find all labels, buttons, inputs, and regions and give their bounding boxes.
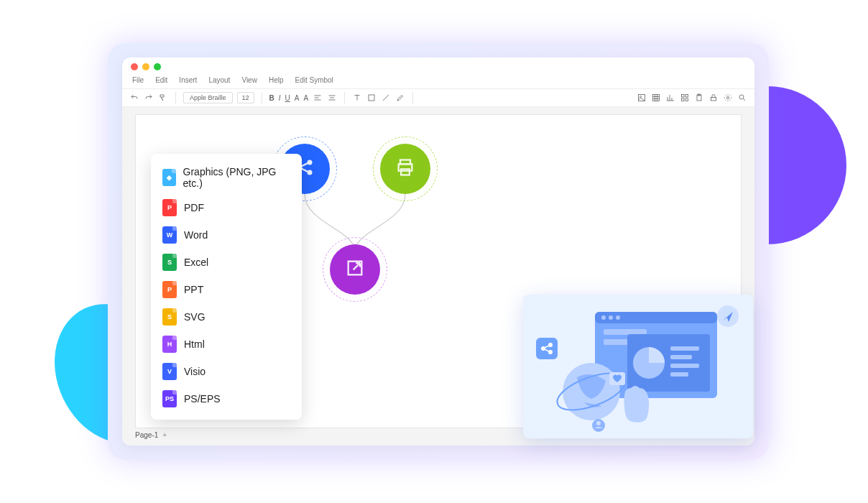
export-item-label: SVG — [184, 311, 206, 323]
svg-rect-4 — [682, 95, 685, 98]
lock-icon[interactable] — [708, 93, 719, 103]
export-node[interactable] — [330, 244, 380, 295]
svg-rect-6 — [682, 98, 685, 101]
file-type-icon: ◆ — [162, 169, 176, 186]
svg-point-21 — [541, 346, 545, 351]
svg-point-23 — [548, 350, 553, 354]
file-type-icon: PS — [162, 390, 177, 407]
svg-rect-7 — [685, 98, 688, 101]
export-item-label: PDF — [184, 202, 204, 213]
bold-icon[interactable]: B — [269, 94, 274, 102]
font-size-selector[interactable]: 12 — [237, 92, 254, 103]
divider — [262, 92, 262, 103]
file-type-icon: S — [162, 254, 177, 271]
illustration-card — [523, 295, 753, 438]
svg-rect-36 — [670, 372, 688, 377]
svg-rect-0 — [369, 95, 374, 101]
line-tool-icon[interactable] — [381, 93, 391, 103]
font-selector[interactable]: Apple Braille — [183, 92, 233, 103]
svg-rect-10 — [711, 98, 716, 101]
grid-icon[interactable] — [680, 93, 690, 103]
clipboard-icon[interactable] — [694, 93, 704, 103]
print-node[interactable] — [380, 144, 430, 194]
svg-point-12 — [739, 95, 744, 99]
node-ring — [323, 237, 387, 302]
search-icon[interactable] — [737, 93, 747, 103]
underline-icon[interactable]: U — [285, 94, 290, 102]
export-menu: ◆Graphics (PNG, JPG etc.)PPDFWWordSExcel… — [151, 154, 302, 420]
svg-point-26 — [601, 315, 606, 320]
pen-tool-icon[interactable] — [395, 93, 405, 103]
add-page-icon[interactable]: + — [162, 431, 167, 439]
svg-rect-33 — [670, 346, 699, 351]
export-item[interactable]: SExcel — [151, 249, 302, 276]
svg-point-2 — [640, 96, 642, 98]
text-tool-icon[interactable] — [352, 93, 362, 103]
export-item[interactable]: PPDF — [151, 194, 302, 221]
align-left-icon[interactable] — [313, 93, 323, 103]
table-icon[interactable] — [651, 93, 661, 103]
svg-rect-25 — [595, 312, 717, 323]
file-type-icon: P — [162, 281, 177, 298]
export-item[interactable]: PSPS/EPS — [151, 385, 302, 412]
settings-icon[interactable] — [723, 93, 733, 103]
page-tab[interactable]: Page-1 — [135, 431, 158, 439]
redo-icon[interactable] — [144, 93, 154, 103]
export-item[interactable]: SSVG — [151, 303, 302, 331]
export-item[interactable]: PPPT — [151, 276, 302, 303]
export-item-label: PS/EPS — [184, 393, 221, 405]
export-item[interactable]: VVisio — [151, 358, 302, 385]
menu-edit[interactable]: Edit — [155, 76, 167, 84]
export-item-label: Visio — [184, 366, 206, 377]
export-item[interactable]: HHtml — [151, 331, 302, 358]
shape-tool-icon[interactable] — [366, 93, 377, 103]
menu-file[interactable]: File — [132, 76, 144, 84]
maximize-dot-icon[interactable] — [154, 63, 161, 70]
align-center-icon[interactable] — [327, 93, 337, 103]
file-type-icon: W — [162, 226, 177, 244]
format-painter-icon[interactable] — [158, 93, 168, 103]
undo-icon[interactable] — [129, 93, 139, 103]
export-item[interactable]: WWord — [151, 221, 302, 249]
file-type-icon: H — [162, 336, 177, 353]
divider — [175, 92, 176, 103]
svg-point-28 — [616, 315, 620, 320]
file-type-icon: S — [162, 308, 177, 326]
export-item-label: Excel — [184, 257, 208, 268]
image-icon[interactable] — [637, 93, 647, 103]
export-item-label: PPT — [184, 284, 203, 295]
svg-point-11 — [727, 97, 729, 99]
file-type-icon: P — [162, 199, 177, 216]
export-item-label: Graphics (PNG, JPG etc.) — [183, 166, 290, 189]
svg-rect-29 — [604, 329, 647, 335]
svg-rect-20 — [536, 338, 558, 359]
decor-blob-right — [760, 86, 846, 244]
menu-bar: File Edit Insert Layout View Help Edit S… — [122, 76, 754, 88]
chart-icon[interactable] — [665, 93, 675, 103]
font-color-icon[interactable]: A — [295, 94, 300, 102]
node-ring — [373, 137, 438, 201]
divider — [412, 92, 413, 103]
divider — [344, 92, 345, 103]
toolbar: Apple Braille 12 B I U A A — [122, 88, 754, 107]
menu-insert[interactable]: Insert — [179, 76, 197, 84]
highlight-icon[interactable]: A — [303, 94, 308, 102]
menu-layout[interactable]: Layout — [208, 76, 230, 84]
menu-help[interactable]: Help — [269, 76, 284, 84]
svg-point-41 — [596, 421, 601, 425]
svg-point-22 — [548, 343, 553, 347]
svg-point-27 — [609, 315, 613, 320]
file-type-icon: V — [162, 363, 177, 380]
export-item-label: Word — [184, 229, 208, 241]
close-dot-icon[interactable] — [131, 63, 138, 70]
svg-rect-35 — [670, 364, 699, 368]
italic-icon[interactable]: I — [279, 94, 281, 102]
menu-edit-symbol[interactable]: Edit Symbol — [295, 76, 333, 84]
window-titlebar — [122, 57, 754, 76]
minimize-dot-icon[interactable] — [142, 63, 149, 70]
svg-rect-34 — [670, 355, 692, 359]
svg-rect-5 — [685, 95, 688, 98]
export-item[interactable]: ◆Graphics (PNG, JPG etc.) — [151, 161, 302, 194]
export-item-label: Html — [184, 338, 205, 350]
menu-view[interactable]: View — [241, 76, 257, 84]
